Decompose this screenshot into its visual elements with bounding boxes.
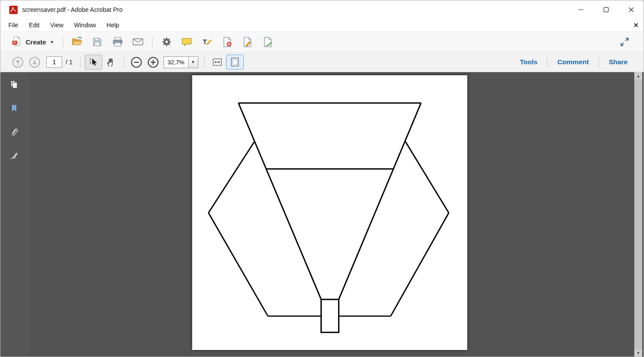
tools-link[interactable]: Tools: [510, 55, 547, 69]
save-floppy-icon: [92, 37, 103, 48]
print-button[interactable]: [108, 33, 128, 50]
bookmarks-panel-button[interactable]: [6, 100, 22, 116]
page-thumbnails-panel-button[interactable]: [6, 77, 22, 92]
create-button[interactable]: Create ▼: [7, 34, 59, 50]
attachments-panel-button[interactable]: [6, 124, 22, 140]
panels-links: Tools Comment Share: [510, 55, 637, 69]
create-icon: [11, 36, 22, 48]
signatures-panel-button[interactable]: [6, 148, 22, 164]
close-button[interactable]: [618, 0, 644, 19]
menu-window[interactable]: Window: [69, 20, 101, 30]
page-green-arrow-icon: [262, 37, 273, 48]
page-thumbnails-icon: [9, 80, 19, 89]
toolbar-separator: [80, 56, 81, 68]
navigation-pane: [0, 72, 28, 357]
select-tool-button[interactable]: [85, 55, 102, 70]
remove-signature-button[interactable]: [217, 33, 238, 50]
printer-icon: [112, 36, 123, 48]
acrobat-window: screensaver.pdf - Adobe Acrobat Pro File…: [0, 0, 644, 357]
vertical-scrollbar[interactable]: ▲ ▼: [634, 72, 642, 357]
scrollbar-thumb[interactable]: [635, 80, 642, 349]
share-link[interactable]: Share: [599, 55, 637, 69]
pdf-drawing: [192, 75, 467, 350]
fit-page-icon: [230, 57, 240, 67]
comment-button[interactable]: [177, 33, 197, 50]
expand-arrows-icon: [620, 37, 629, 47]
menu-file[interactable]: File: [3, 20, 24, 30]
select-cursor-icon: [88, 57, 99, 67]
page-up-icon: [12, 56, 24, 68]
zoom-out-button[interactable]: [128, 54, 145, 70]
main-toolbar: Create ▼ T: [0, 32, 644, 52]
zoom-dropdown-button[interactable]: ▼: [188, 56, 198, 68]
plus-circle-icon: [147, 56, 159, 68]
save-button[interactable]: [87, 33, 108, 50]
fit-width-button[interactable]: [208, 55, 226, 70]
bookmark-icon: [10, 104, 19, 113]
highlight-text-button[interactable]: T: [197, 33, 217, 50]
open-file-button[interactable]: [67, 33, 87, 50]
page-red-x-icon: [222, 37, 233, 48]
page-down-icon: [29, 56, 41, 68]
toolbar-separator: [152, 36, 153, 48]
hand-tool-button[interactable]: [102, 55, 120, 70]
toolbar-separator: [204, 56, 205, 68]
settings-button[interactable]: [156, 33, 177, 50]
paperclip-icon: [9, 127, 19, 137]
menu-bar: File Edit View Window Help: [0, 19, 644, 32]
zoom-in-button[interactable]: [145, 54, 162, 70]
email-button[interactable]: [128, 33, 148, 50]
fit-width-icon: [212, 57, 223, 67]
zoom-level-input[interactable]: [164, 56, 188, 68]
page-count-label: / 1: [66, 59, 73, 66]
menu-view[interactable]: View: [45, 20, 69, 30]
hand-icon: [106, 57, 116, 67]
minus-circle-icon: [130, 56, 142, 68]
page-number-input[interactable]: [46, 56, 62, 68]
menu-help[interactable]: Help: [101, 20, 125, 30]
envelope-icon: [132, 36, 144, 48]
document-area: ▲ ▼: [0, 72, 644, 357]
acrobat-logo-icon: [9, 6, 18, 14]
send-for-signature-button[interactable]: [258, 33, 278, 50]
scroll-down-icon[interactable]: ▼: [634, 349, 642, 357]
window-title: screensaver.pdf - Adobe Acrobat Pro: [22, 6, 123, 13]
svg-text:T: T: [203, 38, 207, 45]
navigation-toolbar: / 1 ▼ Tools Comment: [0, 52, 644, 72]
scroll-up-icon[interactable]: ▲: [634, 72, 642, 80]
maximize-button[interactable]: [593, 0, 618, 19]
minimize-button[interactable]: [568, 0, 593, 19]
create-label: Create: [26, 38, 46, 46]
toolbar-separator: [124, 56, 124, 68]
chevron-down-icon: ▼: [191, 60, 195, 64]
menubar-close-icon[interactable]: [634, 23, 638, 27]
zoom-control: ▼: [164, 56, 198, 68]
title-bar: screensaver.pdf - Adobe Acrobat Pro: [0, 0, 644, 19]
gear-icon: [161, 37, 172, 47]
highlight-text-icon: T: [201, 37, 212, 48]
comment-bubble-icon: [181, 37, 192, 48]
pdf-page: [192, 75, 467, 350]
toolbar-separator: [63, 36, 63, 48]
create-caret-icon: ▼: [50, 40, 54, 44]
menu-edit[interactable]: Edit: [24, 20, 45, 30]
page-pen-icon: [242, 37, 253, 48]
comment-link[interactable]: Comment: [547, 55, 598, 69]
signature-icon: [9, 151, 19, 161]
window-controls: [568, 0, 644, 19]
previous-page-button[interactable]: [9, 54, 26, 70]
fullscreen-button[interactable]: [614, 33, 635, 50]
sign-document-button[interactable]: [238, 33, 258, 50]
next-page-button[interactable]: [26, 54, 43, 70]
fit-one-page-button[interactable]: [226, 55, 244, 70]
